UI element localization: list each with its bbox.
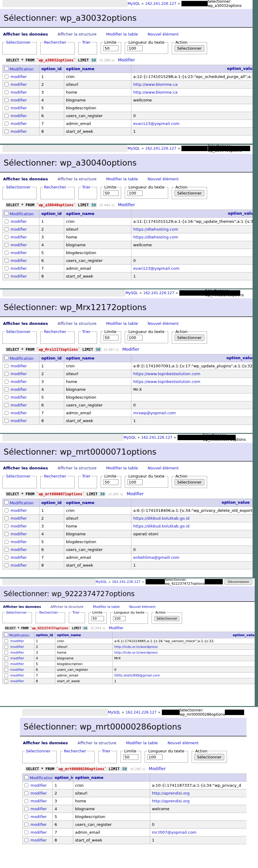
row-modifier-link[interactable]: modifier [10, 266, 27, 271]
row-modifier-link[interactable]: modifier [10, 227, 27, 231]
breadcrumb-host-link[interactable]: 162.241.226.127 [112, 580, 140, 584]
option-value-header[interactable]: option_value [132, 354, 253, 362]
row-checkbox[interactable] [4, 251, 8, 255]
row-modifier-link[interactable]: modifier [30, 830, 47, 835]
row-modifier-link[interactable]: modifier [10, 129, 27, 134]
tab-browse[interactable]: Afficher les données [3, 466, 48, 470]
limit-input[interactable] [104, 190, 118, 196]
row-checkbox[interactable] [4, 227, 8, 231]
row-modifier-link[interactable]: modifier [30, 791, 47, 796]
row-checkbox[interactable] [4, 219, 8, 223]
row-checkbox[interactable] [4, 656, 8, 660]
tab-browse[interactable]: Afficher les données [23, 741, 68, 745]
option-name-header[interactable]: option_name [64, 499, 132, 507]
option-id-header[interactable]: option_id [39, 354, 64, 362]
search-fieldset[interactable]: Rechercher [40, 40, 75, 55]
check-all-checkbox[interactable] [4, 500, 8, 504]
tab-structure[interactable]: Afficher la structure [58, 321, 96, 326]
sort-fieldset[interactable]: Trier [78, 40, 97, 55]
option-id-header[interactable]: option_id [39, 499, 64, 507]
option-name-header[interactable]: option_name [73, 774, 150, 782]
sort-link[interactable]: Trier [71, 611, 81, 615]
sort-link[interactable]: Trier [81, 474, 91, 478]
tab-new-item[interactable]: Nouvel élément [129, 605, 155, 609]
row-checkbox[interactable] [4, 674, 8, 677]
row-checkbox[interactable] [4, 679, 8, 683]
select-fieldset[interactable]: Sélectionner [2, 185, 37, 199]
breadcrumb-mysql-link[interactable]: MySQL [127, 146, 140, 151]
limit-input[interactable] [104, 335, 118, 341]
select-link[interactable]: Sélectionner [5, 330, 32, 334]
sort-link[interactable]: Trier [81, 40, 91, 44]
check-all-checkbox[interactable] [4, 211, 8, 215]
limit-input[interactable] [104, 479, 118, 485]
row-modifier-link[interactable]: modifier [10, 387, 27, 392]
breadcrumb-host-link[interactable]: 162.241.226.127 [125, 710, 156, 714]
breadcrumb-host-link[interactable]: 162.241.226.127 [143, 291, 174, 295]
limit-input[interactable] [123, 754, 138, 760]
row-checkbox[interactable] [4, 114, 8, 118]
row-modifier-link[interactable]: modifier [10, 563, 27, 567]
tab-browse[interactable]: Afficher les données [3, 177, 48, 181]
row-checkbox[interactable] [4, 532, 8, 536]
row-checkbox[interactable] [24, 783, 28, 787]
modification-header-link[interactable]: Modification [10, 501, 33, 505]
row-checkbox[interactable] [24, 815, 28, 818]
text-length-input[interactable] [113, 616, 126, 621]
row-checkbox[interactable] [4, 259, 8, 262]
row-modifier-link[interactable]: modifier [10, 539, 27, 544]
sql-edit-link[interactable]: Modifier [109, 626, 123, 630]
row-modifier-link[interactable]: modifier [30, 807, 47, 811]
select-link[interactable]: Sélectionner [5, 474, 32, 478]
tab-structure[interactable]: Afficher la structure [58, 177, 96, 181]
option-name-header[interactable]: option_name [64, 210, 132, 218]
row-modifier-link[interactable]: modifier [30, 838, 47, 842]
select-fieldset[interactable]: Sélectionner [22, 749, 57, 763]
row-modifier-link[interactable]: modifier [10, 662, 24, 666]
row-modifier-link[interactable]: modifier [10, 547, 27, 552]
breadcrumb-host-link[interactable]: 162.241.226.127 [145, 146, 176, 151]
row-modifier-link[interactable]: modifier [10, 90, 27, 95]
tab-structure[interactable]: Afficher la structure [58, 32, 96, 36]
select-fieldset[interactable]: Sélectionner [2, 611, 32, 623]
row-modifier-link[interactable]: modifier [10, 235, 27, 239]
row-modifier-link[interactable]: modifier [10, 532, 27, 536]
row-modifier-link[interactable]: modifier [10, 645, 24, 649]
select-link[interactable]: Sélectionner [5, 185, 32, 189]
row-checkbox[interactable] [4, 645, 8, 649]
option-value-header[interactable]: option_value [132, 210, 253, 218]
sql-edit-link[interactable]: Modifier [122, 347, 140, 352]
row-modifier-link[interactable]: modifier [10, 98, 27, 102]
row-checkbox[interactable] [4, 75, 8, 79]
row-checkbox[interactable] [4, 364, 8, 368]
row-modifier-link[interactable]: modifier [10, 372, 27, 376]
row-checkbox[interactable] [4, 639, 8, 643]
check-all-checkbox[interactable] [24, 775, 28, 779]
tab-structure[interactable]: Afficher la structure [58, 466, 96, 470]
tab-new-item[interactable]: Nouvel élément [148, 32, 179, 36]
search-link[interactable]: Rechercher [43, 40, 67, 44]
row-checkbox[interactable] [4, 106, 8, 110]
row-modifier-link[interactable]: modifier [10, 364, 27, 368]
select-fieldset[interactable]: Sélectionner [2, 474, 37, 488]
row-modifier-link[interactable]: modifier [10, 403, 27, 407]
search-fieldset[interactable]: Rechercher [60, 749, 95, 763]
row-modifier-link[interactable]: modifier [10, 74, 27, 79]
text-length-input[interactable] [127, 190, 143, 196]
row-checkbox[interactable] [4, 98, 8, 102]
search-link[interactable]: Rechercher [63, 749, 87, 753]
sort-fieldset[interactable]: Trier [78, 330, 97, 344]
row-modifier-link[interactable]: modifier [10, 82, 27, 87]
action-select-button[interactable]: Sélectionner [174, 190, 205, 196]
option-value-header[interactable]: option_value [132, 65, 253, 73]
sort-fieldset[interactable]: Trier [78, 474, 97, 488]
row-checkbox[interactable] [4, 651, 8, 654]
row-modifier-link[interactable]: modifier [10, 274, 27, 279]
option-id-header[interactable]: option_id [39, 65, 64, 73]
text-length-input[interactable] [127, 479, 143, 485]
select-link[interactable]: Sélectionner [25, 749, 52, 753]
select-link[interactable]: Sélectionner [5, 611, 28, 615]
sql-edit-link[interactable]: Modifier [118, 202, 135, 207]
row-modifier-link[interactable]: modifier [10, 106, 27, 110]
option-value-header[interactable]: option_value [150, 774, 247, 782]
